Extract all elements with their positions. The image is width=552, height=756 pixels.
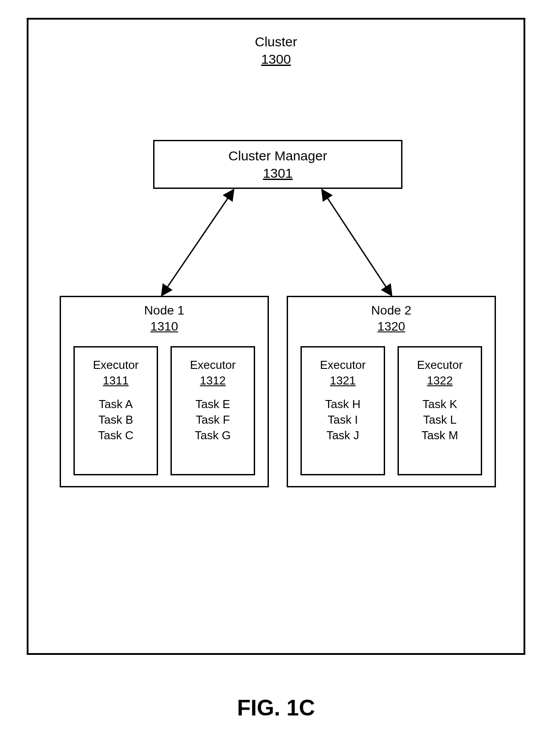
task-item: Task G [172,428,254,443]
task-item: Task C [75,428,157,443]
executor-1321-box: Executor 1321 Task H Task I Task J [300,346,385,475]
executor-label: Executor [320,358,366,372]
executor-1312-box: Executor 1312 Task E Task F Task G [170,346,255,475]
task-item: Task K [399,396,481,412]
task-item: Task E [172,396,254,412]
executor-ref: 1322 [399,373,481,388]
executor-ref: 1311 [75,373,157,388]
node-1-executors: Executor 1311 Task A Task B Task C Execu… [61,346,268,475]
node-1-ref: 1310 [150,319,178,333]
executor-label: Executor [190,358,236,372]
svg-line-1 [322,190,391,295]
executor-label: Executor [417,358,463,372]
executor-1322-box: Executor 1322 Task K Task L Task M [398,346,482,475]
node-1-box: Node 1 1310 Executor 1311 Task A Task B … [60,296,269,487]
cluster-label: Cluster [255,34,297,49]
task-item: Task M [399,428,481,443]
figure-caption: FIG. 1C [0,695,552,721]
executor-1311-box: Executor 1311 Task A Task B Task C [73,346,158,475]
task-item: Task I [302,412,384,428]
cluster-box: Cluster 1300 Cluster Manager 1301 Node 1… [27,18,525,655]
node-1-title: Node 1 1310 [61,302,268,335]
manager-ref: 1301 [154,164,401,182]
node-2-box: Node 2 1320 Executor 1321 Task H Task I … [287,296,496,487]
cluster-manager-box: Cluster Manager 1301 [153,140,402,189]
task-item: Task H [302,396,384,412]
node-1-label: Node 1 [144,303,184,317]
task-item: Task F [172,412,254,428]
executor-ref: 1312 [172,373,254,388]
node-2-executors: Executor 1321 Task H Task I Task J Execu… [288,346,495,475]
task-item: Task B [75,412,157,428]
node-2-ref: 1320 [377,319,405,333]
executor-ref: 1321 [302,373,384,388]
svg-line-0 [162,190,233,295]
task-item: Task A [75,396,157,412]
task-item: Task J [302,428,384,443]
task-item: Task L [399,412,481,428]
cluster-ref: 1300 [261,52,291,66]
node-2-label: Node 2 [371,303,411,317]
manager-label: Cluster Manager [154,147,401,164]
cluster-title: Cluster 1300 [28,33,524,68]
executor-label: Executor [93,358,139,372]
node-2-title: Node 2 1320 [288,302,495,335]
